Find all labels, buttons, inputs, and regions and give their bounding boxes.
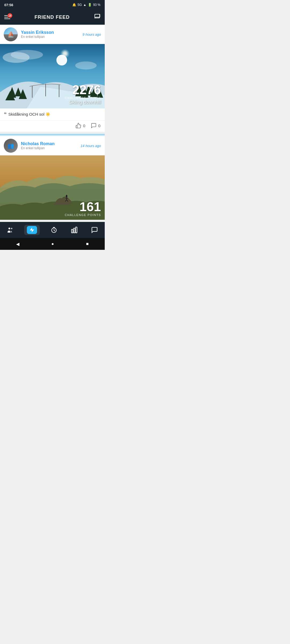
nav-timer[interactable] — [48, 225, 60, 235]
post-time: 14 hours ago — [81, 144, 101, 148]
svg-point-6 — [75, 61, 97, 69]
system-nav: ◀ ● ■ — [0, 238, 105, 250]
challenge-activity: Skiing downhill — [65, 100, 101, 105]
chat-button[interactable] — [94, 13, 100, 21]
svg-marker-28 — [30, 228, 34, 232]
comment-icon — [91, 123, 97, 129]
recent-button[interactable]: ■ — [86, 241, 89, 246]
nav-leaderboard[interactable]: 2 1 3 — [68, 225, 81, 235]
svg-point-26 — [8, 228, 10, 229]
nav-messages[interactable] — [88, 225, 101, 235]
alarm-icon: 🔔 — [72, 3, 76, 7]
challenge-points-number: 2276 — [65, 83, 101, 96]
svg-point-3 — [56, 55, 67, 65]
thumbs-up-icon — [75, 123, 81, 129]
lightning-active-bg — [27, 226, 37, 234]
bottom-nav: 2 1 3 — [0, 222, 105, 238]
timer-icon — [50, 226, 57, 233]
post-username[interactable]: Yassin Eriksson — [21, 30, 79, 35]
post-card: Nicholas Roman En enkel tullipan 14 hour… — [0, 136, 105, 220]
chat-bubble-icon — [91, 226, 98, 233]
notification-badge: 18 — [8, 13, 12, 18]
activity-stats: 2276 CHALLENGE POINTS Skiing downhill — [65, 83, 101, 105]
people-icon — [7, 226, 14, 233]
challenge-points-label: CHALLENGE POINTS — [65, 96, 101, 100]
post-username[interactable]: Nicholas Roman — [21, 141, 77, 146]
post-header: Nicholas Roman En enkel tullipan 14 hour… — [0, 136, 105, 155]
comment-button[interactable]: 0 — [91, 123, 100, 129]
feed: Yassin Eriksson En enkel tullipan 9 hour… — [0, 25, 105, 220]
post-subtitle: En enkel tullipan — [21, 146, 77, 150]
lightning-icon — [29, 227, 35, 233]
post-user-info: Nicholas Roman En enkel tullipan — [21, 141, 77, 150]
svg-text:3: 3 — [76, 232, 77, 233]
status-bar: 07:56 🔔 5G ▲ 🔋 93 % — [0, 0, 105, 10]
post-caption: ❝ Skidåkning OCH sol ☀️ — [0, 108, 105, 120]
comment-count: 0 — [98, 123, 100, 128]
like-count: 0 — [83, 123, 85, 128]
post-actions: 0 0 — [0, 120, 105, 132]
home-button[interactable]: ● — [51, 241, 54, 246]
feed-separator — [0, 134, 105, 136]
like-button[interactable]: 0 — [75, 123, 85, 129]
battery-icon: 🔋 — [88, 3, 92, 7]
chat-icon — [94, 13, 100, 20]
status-icons: 🔔 5G ▲ 🔋 93 % — [72, 3, 100, 7]
post-header: Yassin Eriksson En enkel tullipan 9 hour… — [0, 25, 105, 44]
svg-point-27 — [11, 228, 12, 229]
avatar[interactable] — [4, 139, 18, 153]
activity-image[interactable]: 161 CHALLENGE POINTS — [0, 155, 105, 220]
signal-icon: ▲ — [83, 3, 86, 7]
challenge-points-label: CHALLENGE POINTS — [65, 213, 101, 217]
post-card: Yassin Eriksson En enkel tullipan 9 hour… — [0, 25, 105, 132]
back-button[interactable]: ◀ — [16, 241, 19, 247]
quote-icon: ❝ — [4, 111, 7, 118]
svg-text:1: 1 — [74, 232, 74, 233]
nav-activity[interactable] — [24, 225, 40, 235]
svg-point-5 — [11, 50, 43, 60]
nav-friends[interactable] — [4, 225, 16, 235]
leaderboard-icon: 2 1 3 — [71, 226, 78, 233]
activity-image[interactable]: 2276 CHALLENGE POINTS Skiing downhill — [0, 44, 105, 108]
post-user-info: Yassin Eriksson En enkel tullipan — [21, 30, 79, 39]
svg-text:2: 2 — [72, 232, 73, 233]
page-title: FRIEND FEED — [34, 14, 70, 20]
top-nav: 18 FRIEND FEED — [0, 10, 105, 25]
post-subtitle: En enkel tullipan — [21, 35, 79, 39]
post-time: 9 hours ago — [82, 32, 101, 36]
network-label: 5G — [78, 3, 82, 7]
menu-button[interactable]: 18 — [4, 15, 10, 19]
activity-stats: 161 CHALLENGE POINTS — [65, 200, 101, 217]
challenge-points-number: 161 — [65, 200, 101, 213]
battery-label: 93 % — [93, 3, 100, 7]
status-time: 07:56 — [4, 3, 13, 7]
avatar[interactable] — [4, 27, 18, 41]
caption-text: Skidåkning OCH sol ☀️ — [8, 112, 50, 117]
